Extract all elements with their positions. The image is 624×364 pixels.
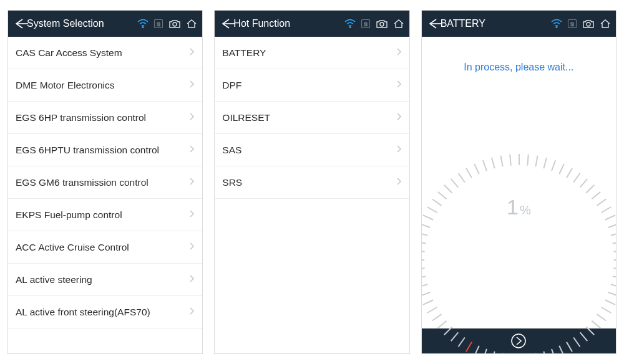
chevron-right-icon [396, 47, 402, 59]
header-title: Hot Function [233, 18, 344, 29]
home-icon[interactable] [600, 19, 611, 29]
list-item[interactable]: EKPS Fuel-pump control [8, 199, 202, 231]
header-bar: BATTERY S [422, 11, 616, 37]
list-item-label: EGS GM6 transmission control [16, 177, 188, 188]
processing-area: In process, please wait... 1% [422, 37, 616, 328]
svg-point-7 [380, 22, 384, 26]
chevron-right-icon [188, 209, 195, 221]
chevron-right-icon [188, 80, 195, 91]
list-item[interactable]: DPF [215, 69, 409, 102]
chevron-right-icon [188, 307, 195, 318]
svg-point-0 [143, 27, 144, 28]
header-title: System Selection [27, 18, 137, 29]
header-icons: S [137, 19, 197, 29]
list-item-label: SAS [222, 145, 395, 156]
chevron-right-icon [188, 242, 195, 253]
s-icon: S [361, 19, 371, 29]
wifi-icon [344, 19, 356, 28]
svg-text:S: S [157, 21, 160, 27]
list-item[interactable]: AL active steering [8, 264, 202, 296]
svg-text:S: S [364, 21, 368, 27]
list-item-label: CAS Car Access System [16, 47, 188, 59]
chevron-right-icon [188, 47, 195, 59]
header-bar: Hot Function S [215, 11, 409, 37]
chevron-right-icon [188, 145, 195, 156]
list-item[interactable]: EGS GM6 transmission control [8, 166, 202, 199]
progress-dial: 1% [466, 154, 572, 260]
header-title: BATTERY [441, 18, 551, 29]
list-item-label: BATTERY [222, 47, 395, 59]
system-list: CAS Car Access SystemDME Motor Electroni… [8, 37, 202, 353]
list-item-label: ACC Active Cruise Control [16, 242, 188, 253]
list-item-label: AL active front steering(AFS70) [16, 307, 188, 318]
list-item-label: EGS 6HPTU transmission control [16, 145, 188, 156]
chevron-right-icon [396, 145, 402, 156]
home-icon[interactable] [186, 19, 197, 29]
svg-point-8 [556, 27, 557, 28]
screen-hot-function: Hot Function S [214, 10, 409, 354]
list-item-label: DME Motor Electronics [16, 80, 188, 91]
s-icon: S [154, 19, 163, 29]
list-item[interactable]: BATTERY [215, 37, 409, 69]
chevron-right-icon [188, 112, 195, 123]
chevron-right-icon [396, 112, 402, 123]
svg-text:S: S [570, 21, 574, 27]
screen-system-selection: System Selection S [7, 10, 203, 354]
list-item-label: OILRESET [222, 112, 395, 123]
chevron-right-icon [188, 177, 195, 188]
list-item[interactable]: DME Motor Electronics [8, 69, 202, 102]
wifi-icon [551, 19, 562, 28]
home-icon[interactable] [393, 19, 404, 29]
list-item[interactable]: CAS Car Access System [8, 37, 202, 69]
list-item[interactable]: ACC Active Cruise Control [8, 231, 202, 264]
svg-point-11 [587, 22, 590, 26]
camera-icon[interactable] [168, 19, 181, 29]
chevron-right-icon [396, 177, 402, 188]
camera-icon[interactable] [582, 19, 595, 29]
list-item[interactable]: AL active front steering(AFS70) [8, 296, 202, 328]
camera-icon[interactable] [376, 19, 388, 29]
svg-point-4 [349, 27, 351, 28]
list-item-label: EGS 6HP transmission control [16, 112, 188, 123]
header-bar: System Selection S [8, 11, 202, 37]
list-item[interactable]: EGS 6HPTU transmission control [8, 134, 202, 166]
s-icon: S [567, 19, 577, 29]
list-item[interactable]: SRS [215, 166, 409, 199]
next-icon[interactable] [510, 333, 527, 349]
wifi-icon [137, 19, 149, 28]
header-icons: S [551, 19, 611, 29]
list-item[interactable]: OILRESET [215, 102, 409, 134]
list-item-label: EKPS Fuel-pump control [16, 209, 188, 221]
chevron-right-icon [188, 274, 195, 285]
list-item[interactable]: EGS 6HP transmission control [8, 102, 202, 134]
svg-point-12 [512, 334, 525, 348]
list-item-label: DPF [222, 80, 395, 91]
chevron-right-icon [396, 80, 402, 91]
list-item[interactable]: SAS [215, 134, 409, 166]
screen-battery: BATTERY S [421, 10, 617, 354]
processing-message: In process, please wait... [464, 62, 573, 73]
list-item-label: SRS [222, 177, 395, 188]
header-icons: S [344, 19, 404, 29]
hotfunction-list: BATTERYDPFOILRESETSASSRS [215, 37, 409, 353]
svg-point-3 [173, 22, 177, 26]
list-item-label: AL active steering [16, 274, 188, 285]
